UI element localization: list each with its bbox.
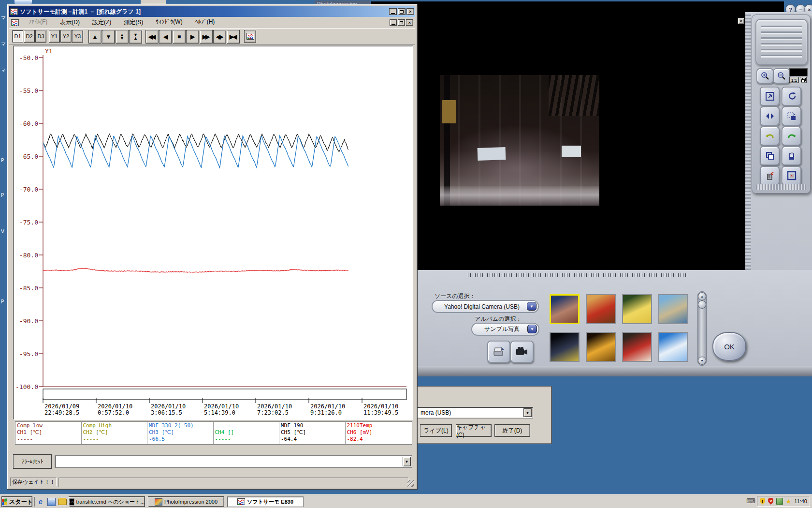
thumbnail-harbor-town[interactable] bbox=[658, 294, 688, 324]
svg-text:-75.0: -75.0 bbox=[19, 219, 38, 226]
preview-close-button[interactable]: × bbox=[738, 18, 744, 24]
scroll-down-button[interactable]: ▼ bbox=[698, 357, 706, 365]
thumbnail-yellow-flowers[interactable] bbox=[622, 294, 652, 324]
thumbnail-ship-flag[interactable] bbox=[622, 332, 652, 362]
taskbar-task-1[interactable]: C:\transfile.cmd へのショート... bbox=[69, 496, 145, 507]
internet-explorer-icon[interactable]: e bbox=[37, 498, 44, 506]
thumbnail-night-city[interactable] bbox=[550, 332, 580, 362]
svg-text:5:14:39.0: 5:14:39.0 bbox=[204, 409, 235, 416]
toolbar-button-y3[interactable]: Y3 bbox=[72, 30, 83, 43]
security-alert-icon[interactable]: ! bbox=[760, 498, 765, 505]
toolbar-button-y1[interactable]: Y1 bbox=[49, 30, 60, 43]
ok-button[interactable]: OK bbox=[712, 332, 746, 361]
menu-z[interactable]: 設定(Z) bbox=[91, 18, 112, 27]
capture-button[interactable]: キャプチャ(C) bbox=[456, 424, 492, 437]
expand-vertical-button[interactable]: ▲▼ bbox=[116, 30, 129, 44]
flip-horizontal-button[interactable] bbox=[760, 106, 780, 126]
chevron-down-icon[interactable]: ▼ bbox=[523, 408, 532, 417]
maximize-icon bbox=[400, 10, 404, 14]
thumbnail-rock-spires[interactable] bbox=[550, 294, 580, 324]
system-tray: ! × ★ 11:40 bbox=[757, 496, 810, 507]
close-button[interactable]: × bbox=[406, 8, 414, 15]
menu-f[interactable]: ﾌｧｲﾙ(F) bbox=[28, 18, 48, 27]
star-icon[interactable]: ★ bbox=[786, 498, 792, 505]
alarm-combobox[interactable]: ▼ bbox=[55, 455, 412, 468]
thumbnail-sky-clouds[interactable] bbox=[658, 332, 688, 362]
rotate-icon bbox=[787, 91, 797, 101]
album-select-dropdown[interactable]: サンプル写真 ▼ bbox=[471, 323, 539, 336]
start-button[interactable]: スタート bbox=[1, 496, 32, 507]
menu-s[interactable]: 測定(S) bbox=[123, 18, 144, 27]
expand-horizontal-button[interactable]: ◀▶ bbox=[213, 30, 226, 44]
copy-icon bbox=[765, 151, 775, 161]
pan-down-button[interactable]: ▼ bbox=[102, 30, 115, 44]
folder-icon[interactable] bbox=[58, 499, 67, 505]
scroll-up-button[interactable]: ▲ bbox=[698, 292, 706, 300]
resize-grip[interactable] bbox=[407, 480, 414, 487]
resize-button[interactable] bbox=[760, 87, 780, 106]
delete-button[interactable] bbox=[760, 166, 780, 185]
thumbnail-gold-abstract[interactable] bbox=[586, 332, 616, 362]
paste-button[interactable] bbox=[782, 146, 801, 165]
scrollbar-thumb[interactable] bbox=[698, 300, 706, 309]
svg-text:-55.0: -55.0 bbox=[19, 87, 38, 94]
taskbar-task-3[interactable]: ソフトサーモ E830 bbox=[227, 496, 304, 507]
maximize-button[interactable] bbox=[398, 8, 406, 15]
step-back-button[interactable]: ◀ bbox=[159, 30, 172, 44]
svg-text:-50.0: -50.0 bbox=[19, 54, 38, 61]
stop-button[interactable]: ■ bbox=[173, 30, 186, 44]
fast-forward-button[interactable]: ▶▶ bbox=[200, 30, 213, 44]
window-titlebar[interactable]: ソフトサーモ計測－計測1 － [折れ線グラフ 1] × bbox=[9, 6, 415, 17]
status-bar: 保存ウェイト！！ bbox=[9, 477, 415, 488]
redo-button[interactable] bbox=[782, 126, 801, 146]
quick-launch-icon[interactable] bbox=[47, 498, 56, 506]
menu-h[interactable]: ﾍﾙﾌﾟ(H) bbox=[194, 18, 216, 27]
desktop-icon-label-fragment: マ bbox=[1, 41, 7, 47]
live-button[interactable]: ライブ(L) bbox=[420, 424, 452, 437]
child-close-button[interactable]: × bbox=[406, 19, 413, 26]
keyboard-layout-icon[interactable]: ⌨ bbox=[746, 498, 755, 505]
crop-button[interactable] bbox=[782, 106, 801, 126]
toolbar-button-d2[interactable]: D2 bbox=[24, 30, 35, 43]
chevron-down-icon[interactable]: ▼ bbox=[527, 302, 536, 311]
taskbar-clock: 11:40 bbox=[794, 498, 807, 504]
graph-settings-button[interactable] bbox=[244, 30, 256, 43]
camera-acquire-button[interactable] bbox=[510, 341, 534, 363]
rewind-button[interactable]: ◀◀ bbox=[145, 30, 159, 44]
undo-button[interactable] bbox=[760, 126, 780, 146]
exit-button[interactable]: 終了(D) bbox=[494, 424, 530, 437]
child-restore-button[interactable] bbox=[398, 19, 405, 26]
child-minimize-button[interactable] bbox=[390, 19, 397, 26]
source-select-value: Yahoo! Digital Camera (USB) bbox=[444, 303, 520, 310]
compress-vertical-button[interactable]: ▼▲ bbox=[129, 30, 142, 44]
toolbar-button-y2[interactable]: Y2 bbox=[60, 30, 72, 43]
toolbar-button-d3[interactable]: D3 bbox=[35, 30, 46, 43]
status-cell-right bbox=[58, 478, 408, 487]
source-select-dropdown[interactable]: Yahoo! Digital Camera (USB) ▼ bbox=[432, 300, 539, 313]
menu-w[interactable]: ｳｨﾝﾄﾞｳ(W) bbox=[155, 18, 183, 27]
rotate-button[interactable] bbox=[782, 87, 801, 106]
tray-app-icon[interactable] bbox=[776, 498, 783, 505]
desktop-icon-label-fragment: マ bbox=[1, 67, 7, 74]
thumbnail-cardinal-bird[interactable] bbox=[586, 294, 616, 324]
toolbar-button-d1[interactable]: D1 bbox=[12, 30, 23, 43]
pan-up-button[interactable]: ▲ bbox=[88, 30, 102, 44]
security-error-icon[interactable]: × bbox=[768, 498, 773, 505]
menu-d[interactable]: 表示(D) bbox=[59, 18, 81, 27]
compress-horizontal-button[interactable]: ▶◀ bbox=[227, 30, 240, 44]
minimize-button[interactable] bbox=[389, 8, 397, 15]
chevron-down-icon[interactable]: ▼ bbox=[403, 457, 411, 466]
step-forward-button[interactable]: ▶ bbox=[186, 30, 199, 44]
chevron-down-icon[interactable]: ▼ bbox=[527, 325, 537, 333]
tool-panel: 1:1 bbox=[752, 15, 811, 194]
dialog-camera-combobox[interactable]: mera (USB) ▼ bbox=[400, 407, 533, 418]
svg-text:2026/01/10: 2026/01/10 bbox=[257, 403, 292, 410]
alarm-reset-button[interactable]: ｱﾗｰﾑﾘｾｯﾄ bbox=[13, 454, 52, 469]
close-icon: × bbox=[408, 20, 411, 25]
scanner-acquire-button[interactable] bbox=[487, 341, 510, 363]
remove-frame-button[interactable] bbox=[782, 166, 801, 185]
thumbnail-scrollbar[interactable]: ▲ ▼ bbox=[697, 291, 707, 366]
taskbar-task-2[interactable]: PhotoImpression 2000 bbox=[148, 496, 224, 507]
copy-button[interactable] bbox=[760, 146, 780, 165]
preview-yellow-panel bbox=[442, 100, 456, 123]
